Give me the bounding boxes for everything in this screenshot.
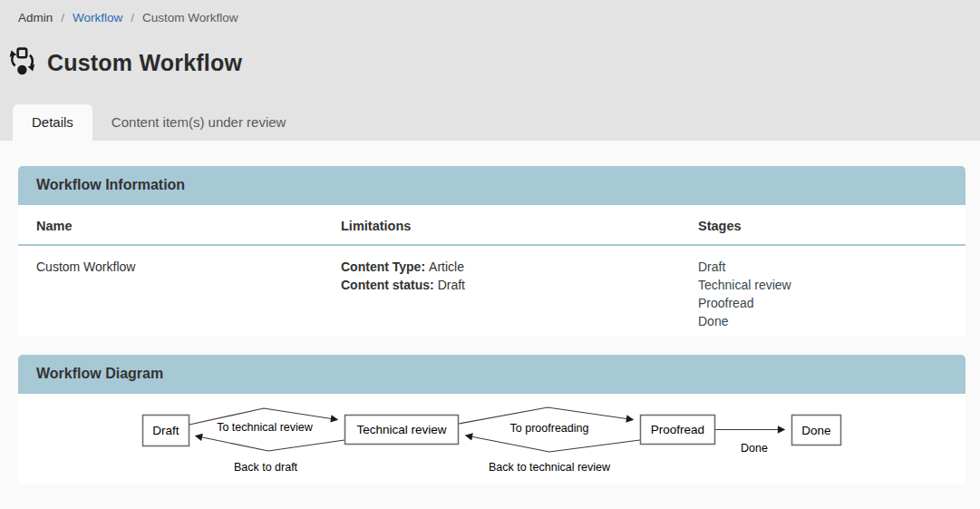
workflow-icon	[7, 46, 36, 79]
column-header-stages: Stages	[698, 219, 947, 233]
info-table-header-row: Name Limitations Stages	[18, 205, 965, 246]
edge-label-to-proofreading: To proofreading	[510, 422, 589, 435]
edge-label-done: Done	[741, 442, 768, 455]
workflow-diagram-panel: Workflow Diagram Draft Technical re	[18, 355, 965, 485]
workflow-diagram-panel-title: Workflow Diagram	[18, 355, 965, 394]
cell-stages: Draft Technical review Proofread Done	[698, 258, 947, 330]
tab-content-items-under-review[interactable]: Content item(s) under review	[92, 104, 306, 141]
workflow-diagram: Draft Technical review Proofread Done To…	[18, 394, 965, 485]
breadcrumb-separator: /	[61, 11, 64, 24]
page-header: Admin / Workflow / Custom Workflow Custo…	[0, 0, 980, 141]
node-technical-review-label: Technical review	[356, 423, 446, 436]
stage-item-done: Done	[698, 312, 947, 330]
breadcrumb-admin[interactable]: Admin	[18, 11, 53, 24]
limitation-value: Article	[429, 259, 464, 274]
column-header-limitations: Limitations	[341, 219, 698, 233]
stage-item-draft: Draft	[698, 258, 947, 276]
breadcrumb: Admin / Workflow / Custom Workflow	[0, 0, 980, 24]
node-draft-label: Draft	[152, 424, 180, 437]
workflow-information-panel: Workflow Information Name Limitations St…	[18, 166, 965, 337]
tab-bar: Details Content item(s) under review	[13, 104, 305, 141]
limitation-label: Content Type:	[341, 259, 425, 274]
tab-details[interactable]: Details	[13, 104, 92, 141]
column-header-name: Name	[36, 219, 341, 233]
limitation-label: Content status:	[341, 278, 434, 292]
workflow-information-panel-title: Workflow Information	[18, 166, 965, 205]
breadcrumb-current: Custom Workflow	[142, 11, 238, 24]
table-row: Custom Workflow Content Type:Article Con…	[18, 246, 965, 337]
edge-label-back-to-technical-review: Back to technical review	[489, 461, 611, 474]
cell-workflow-name: Custom Workflow	[36, 258, 341, 330]
stage-item-proofread: Proofread	[698, 294, 947, 312]
stage-item-technical-review: Technical review	[698, 276, 947, 294]
edge-back-to-draft	[196, 436, 344, 452]
breadcrumb-workflow-link[interactable]: Workflow	[73, 11, 122, 24]
limitation-content-type: Content Type:Article	[341, 258, 698, 276]
edge-label-to-technical-review: To technical review	[217, 421, 314, 434]
page-title: Custom Workflow	[47, 50, 242, 76]
limitation-content-status: Content status:Draft	[341, 276, 698, 294]
edge-back-to-technical-review	[466, 436, 640, 452]
main-content: Workflow Information Name Limitations St…	[0, 141, 980, 485]
limitation-value: Draft	[438, 278, 465, 292]
breadcrumb-separator: /	[131, 11, 134, 24]
edge-label-back-to-draft: Back to draft	[234, 461, 298, 474]
cell-limitations: Content Type:Article Content status:Draf…	[341, 258, 698, 330]
node-proofread-label: Proofread	[651, 423, 704, 436]
title-row: Custom Workflow	[7, 44, 980, 81]
node-done-label: Done	[801, 424, 830, 437]
